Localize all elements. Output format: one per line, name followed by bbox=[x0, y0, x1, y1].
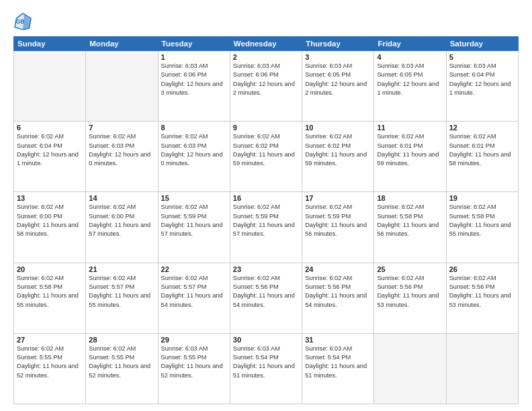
day-number: 24 bbox=[305, 265, 371, 273]
weekday-tuesday: Tuesday bbox=[158, 37, 230, 51]
calendar-cell: 13Sunrise: 6:02 AM Sunset: 6:00 PM Dayli… bbox=[14, 192, 86, 263]
day-number: 7 bbox=[89, 124, 154, 132]
calendar-cell: 17Sunrise: 6:02 AM Sunset: 5:59 PM Dayli… bbox=[302, 192, 374, 263]
day-number: 19 bbox=[449, 194, 515, 202]
day-info: Sunrise: 6:02 AM Sunset: 5:58 PM Dayligh… bbox=[377, 203, 443, 238]
day-info: Sunrise: 6:03 AM Sunset: 5:55 PM Dayligh… bbox=[161, 345, 227, 380]
day-info: Sunrise: 6:02 AM Sunset: 6:03 PM Dayligh… bbox=[89, 132, 154, 168]
weekday-saturday: Saturday bbox=[446, 37, 518, 51]
day-info: Sunrise: 6:02 AM Sunset: 5:57 PM Dayligh… bbox=[161, 274, 227, 310]
day-info: Sunrise: 6:02 AM Sunset: 5:57 PM Dayligh… bbox=[89, 274, 154, 310]
logo-icon: GB bbox=[13, 12, 32, 31]
day-number: 2 bbox=[233, 53, 299, 61]
day-number: 31 bbox=[305, 336, 371, 344]
day-number: 18 bbox=[377, 194, 443, 202]
day-number: 30 bbox=[233, 336, 299, 344]
calendar-cell: 14Sunrise: 6:02 AM Sunset: 6:00 PM Dayli… bbox=[86, 192, 158, 263]
day-info: Sunrise: 6:03 AM Sunset: 6:05 PM Dayligh… bbox=[305, 62, 371, 97]
day-info: Sunrise: 6:03 AM Sunset: 6:06 PM Dayligh… bbox=[161, 62, 227, 97]
calendar-cell: 23Sunrise: 6:02 AM Sunset: 5:56 PM Dayli… bbox=[230, 263, 302, 333]
day-number: 16 bbox=[233, 194, 299, 202]
calendar-cell: 4Sunrise: 6:03 AM Sunset: 6:05 PM Daylig… bbox=[374, 51, 446, 122]
calendar-cell: 6Sunrise: 6:02 AM Sunset: 6:04 PM Daylig… bbox=[14, 122, 86, 192]
day-number: 20 bbox=[17, 265, 83, 273]
calendar-cell: 3Sunrise: 6:03 AM Sunset: 6:05 PM Daylig… bbox=[302, 51, 374, 122]
day-number: 28 bbox=[89, 336, 154, 344]
day-info: Sunrise: 6:02 AM Sunset: 5:55 PM Dayligh… bbox=[17, 345, 83, 380]
day-info: Sunrise: 6:02 AM Sunset: 6:00 PM Dayligh… bbox=[17, 203, 83, 238]
day-number: 10 bbox=[305, 124, 371, 132]
day-info: Sunrise: 6:03 AM Sunset: 5:54 PM Dayligh… bbox=[233, 345, 299, 380]
calendar-cell: 25Sunrise: 6:02 AM Sunset: 5:56 PM Dayli… bbox=[374, 263, 446, 333]
week-row-3: 13Sunrise: 6:02 AM Sunset: 6:00 PM Dayli… bbox=[14, 192, 519, 263]
day-info: Sunrise: 6:02 AM Sunset: 5:59 PM Dayligh… bbox=[161, 203, 227, 238]
calendar-cell: 8Sunrise: 6:02 AM Sunset: 6:03 PM Daylig… bbox=[158, 122, 230, 192]
calendar-cell: 5Sunrise: 6:03 AM Sunset: 6:04 PM Daylig… bbox=[446, 51, 518, 122]
weekday-friday: Friday bbox=[374, 37, 446, 51]
day-number: 8 bbox=[161, 124, 227, 132]
day-number: 25 bbox=[377, 265, 443, 273]
week-row-2: 6Sunrise: 6:02 AM Sunset: 6:04 PM Daylig… bbox=[14, 122, 519, 192]
weekday-wednesday: Wednesday bbox=[230, 37, 302, 51]
day-number: 4 bbox=[377, 53, 443, 61]
day-number: 12 bbox=[449, 124, 515, 132]
calendar-cell: 29Sunrise: 6:03 AM Sunset: 5:55 PM Dayli… bbox=[158, 333, 230, 404]
day-info: Sunrise: 6:02 AM Sunset: 6:02 PM Dayligh… bbox=[305, 132, 371, 168]
day-info: Sunrise: 6:02 AM Sunset: 6:01 PM Dayligh… bbox=[377, 132, 443, 168]
day-number: 17 bbox=[305, 194, 371, 202]
page: GB SundayMondayTuesdayWednesdayThursdayF… bbox=[0, 0, 532, 411]
calendar-table: SundayMondayTuesdayWednesdayThursdayFrid… bbox=[13, 36, 519, 404]
calendar-cell: 31Sunrise: 6:03 AM Sunset: 5:54 PM Dayli… bbox=[302, 333, 374, 404]
day-info: Sunrise: 6:02 AM Sunset: 5:56 PM Dayligh… bbox=[233, 274, 299, 310]
calendar-cell bbox=[14, 51, 86, 122]
calendar-cell: 19Sunrise: 6:02 AM Sunset: 5:58 PM Dayli… bbox=[446, 192, 518, 263]
calendar-cell: 26Sunrise: 6:02 AM Sunset: 5:56 PM Dayli… bbox=[446, 263, 518, 333]
calendar-cell: 16Sunrise: 6:02 AM Sunset: 5:59 PM Dayli… bbox=[230, 192, 302, 263]
day-info: Sunrise: 6:02 AM Sunset: 6:01 PM Dayligh… bbox=[449, 132, 515, 168]
day-info: Sunrise: 6:02 AM Sunset: 5:58 PM Dayligh… bbox=[17, 274, 83, 310]
day-info: Sunrise: 6:02 AM Sunset: 5:55 PM Dayligh… bbox=[89, 345, 154, 380]
calendar-cell: 7Sunrise: 6:02 AM Sunset: 6:03 PM Daylig… bbox=[86, 122, 158, 192]
day-info: Sunrise: 6:03 AM Sunset: 6:06 PM Dayligh… bbox=[233, 62, 299, 97]
day-number: 13 bbox=[17, 194, 83, 202]
day-info: Sunrise: 6:02 AM Sunset: 5:59 PM Dayligh… bbox=[233, 203, 299, 238]
calendar-cell: 20Sunrise: 6:02 AM Sunset: 5:58 PM Dayli… bbox=[14, 263, 86, 333]
weekday-sunday: Sunday bbox=[14, 37, 86, 51]
calendar-cell: 21Sunrise: 6:02 AM Sunset: 5:57 PM Dayli… bbox=[86, 263, 158, 333]
day-info: Sunrise: 6:02 AM Sunset: 6:00 PM Dayligh… bbox=[89, 203, 154, 238]
day-number: 5 bbox=[449, 53, 515, 61]
calendar-cell: 9Sunrise: 6:02 AM Sunset: 6:02 PM Daylig… bbox=[230, 122, 302, 192]
calendar-cell: 30Sunrise: 6:03 AM Sunset: 5:54 PM Dayli… bbox=[230, 333, 302, 404]
calendar-cell: 22Sunrise: 6:02 AM Sunset: 5:57 PM Dayli… bbox=[158, 263, 230, 333]
day-number: 6 bbox=[17, 124, 83, 132]
day-number: 21 bbox=[89, 265, 154, 273]
day-number: 3 bbox=[305, 53, 371, 61]
calendar-cell: 2Sunrise: 6:03 AM Sunset: 6:06 PM Daylig… bbox=[230, 51, 302, 122]
day-info: Sunrise: 6:02 AM Sunset: 5:59 PM Dayligh… bbox=[305, 203, 371, 238]
calendar-cell: 10Sunrise: 6:02 AM Sunset: 6:02 PM Dayli… bbox=[302, 122, 374, 192]
day-info: Sunrise: 6:02 AM Sunset: 6:03 PM Dayligh… bbox=[161, 132, 227, 168]
weekday-thursday: Thursday bbox=[302, 37, 374, 51]
calendar-cell bbox=[374, 333, 446, 404]
week-row-1: 1Sunrise: 6:03 AM Sunset: 6:06 PM Daylig… bbox=[14, 51, 519, 122]
week-row-5: 27Sunrise: 6:02 AM Sunset: 5:55 PM Dayli… bbox=[14, 333, 519, 404]
header: GB bbox=[13, 12, 519, 31]
calendar-cell: 28Sunrise: 6:02 AM Sunset: 5:55 PM Dayli… bbox=[86, 333, 158, 404]
week-row-4: 20Sunrise: 6:02 AM Sunset: 5:58 PM Dayli… bbox=[14, 263, 519, 333]
calendar-cell: 24Sunrise: 6:02 AM Sunset: 5:56 PM Dayli… bbox=[302, 263, 374, 333]
logo: GB bbox=[13, 12, 35, 31]
weekday-header-row: SundayMondayTuesdayWednesdayThursdayFrid… bbox=[14, 37, 519, 51]
calendar-cell: 11Sunrise: 6:02 AM Sunset: 6:01 PM Dayli… bbox=[374, 122, 446, 192]
day-info: Sunrise: 6:02 AM Sunset: 5:56 PM Dayligh… bbox=[449, 274, 515, 310]
day-info: Sunrise: 6:02 AM Sunset: 6:04 PM Dayligh… bbox=[17, 132, 83, 168]
calendar-cell: 12Sunrise: 6:02 AM Sunset: 6:01 PM Dayli… bbox=[446, 122, 518, 192]
day-number: 29 bbox=[161, 336, 227, 344]
day-number: 23 bbox=[233, 265, 299, 273]
svg-text:GB: GB bbox=[16, 18, 25, 25]
day-number: 26 bbox=[449, 265, 515, 273]
day-info: Sunrise: 6:02 AM Sunset: 5:56 PM Dayligh… bbox=[305, 274, 371, 310]
day-number: 1 bbox=[161, 53, 227, 61]
calendar-cell: 1Sunrise: 6:03 AM Sunset: 6:06 PM Daylig… bbox=[158, 51, 230, 122]
day-info: Sunrise: 6:02 AM Sunset: 5:58 PM Dayligh… bbox=[449, 203, 515, 238]
day-info: Sunrise: 6:02 AM Sunset: 5:56 PM Dayligh… bbox=[377, 274, 443, 310]
